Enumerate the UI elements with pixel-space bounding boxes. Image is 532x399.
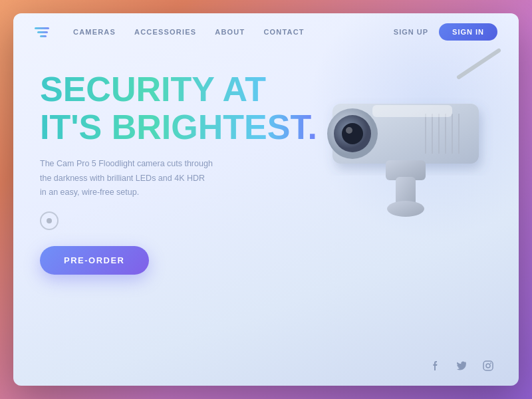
logo-line-1 [35,27,49,29]
pre-order-button[interactable]: PRE-ORDER [40,246,149,275]
nav-cameras[interactable]: CAMERAS [73,28,116,36]
svg-point-4 [346,127,352,134]
sign-in-button[interactable]: SIGN IN [439,23,497,41]
navbar: CAMERAS ACCESSORIES ABOUT CONTACT SIGN U… [13,13,519,51]
logo [35,27,49,37]
app-window: CAMERAS ACCESSORIES ABOUT CONTACT SIGN U… [13,13,519,386]
nav-accessories[interactable]: ACCESSORIES [134,28,196,36]
camera-image [266,37,505,250]
svg-point-13 [387,201,424,217]
nav-actions: SIGN UP SIGN IN [394,23,497,41]
hero-section: SECURITY AT IT'S BRIGHTEST. The Cam Pro … [13,51,519,359]
svg-point-16 [486,364,490,368]
logo-line-2 [37,31,48,33]
nav-links: CAMERAS ACCESSORIES ABOUT CONTACT [73,28,394,36]
instagram-icon[interactable] [481,359,495,372]
twitter-icon[interactable] [455,359,468,372]
nav-about[interactable]: ABOUT [215,28,245,36]
svg-point-17 [490,362,491,364]
logo-line-3 [40,35,47,37]
hero-subtitle: The Cam Pro 5 Floodlight camera cuts thr… [40,157,213,200]
svg-rect-14 [372,105,452,117]
page: CAMERAS ACCESSORIES ABOUT CONTACT SIGN U… [13,13,519,386]
facebook-icon[interactable] [428,359,442,372]
svg-rect-15 [483,361,493,370]
sign-up-link[interactable]: SIGN UP [394,28,428,36]
footer [13,359,519,386]
scroll-dot-inner [47,218,52,223]
svg-point-3 [342,123,363,144]
scroll-indicator[interactable] [40,211,59,230]
nav-contact[interactable]: CONTACT [263,28,304,36]
